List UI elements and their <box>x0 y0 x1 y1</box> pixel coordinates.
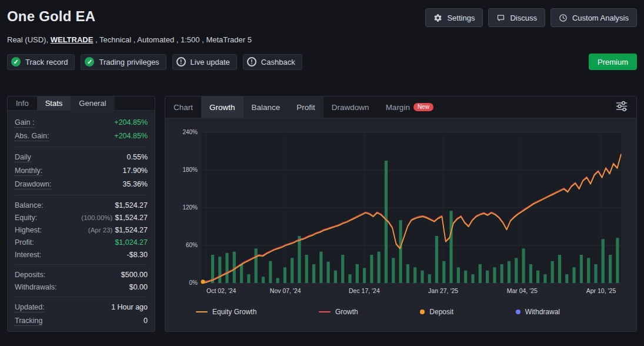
tab-stats[interactable]: Stats <box>37 97 71 110</box>
svg-text:Jan 27, '25: Jan 27, '25 <box>428 287 458 294</box>
tab-drawdown[interactable]: Drawdown <box>323 97 378 118</box>
tab-info[interactable]: Info <box>8 97 37 110</box>
stat-label: Interest: <box>15 251 41 259</box>
badge-list: ✓Track record✓Trading privileges!Live up… <box>7 54 302 70</box>
chart-legend: Equity GrowthGrowthDepositWithdrawal <box>165 303 636 316</box>
stat-row-updated: Updated:1 Hour ago <box>15 301 148 314</box>
tab-label: Growth <box>209 103 235 112</box>
chart-settings-button[interactable] <box>607 97 636 118</box>
tab-margin[interactable]: MarginNew <box>378 97 442 118</box>
main-content: InfoStatsGeneral Gain :+204.85%Abs. Gain… <box>0 96 644 332</box>
stat-value: (Apr 23)$1,524.27 <box>88 226 148 234</box>
stat-value: $1,524.27 <box>115 201 148 209</box>
stat-label: Profit: <box>15 238 34 247</box>
stat-value-prefix: (Apr 23) <box>88 227 113 234</box>
stat-label: Withdrawals: <box>15 283 57 291</box>
stat-value: $1,024.27 <box>115 238 148 247</box>
stat-value: +204.85% <box>114 118 148 127</box>
badge-label: Track record <box>25 58 68 66</box>
settings-button[interactable]: Settings <box>425 8 483 27</box>
stat-value: $0.00 <box>129 283 148 291</box>
stat-row-profit: Profit:$1,024.27 <box>15 236 148 248</box>
svg-text:Apr 10, '25: Apr 10, '25 <box>586 287 616 294</box>
tab-label: Info <box>16 99 29 108</box>
stat-value: 1 Hour ago <box>111 303 148 311</box>
stat-value: (100.00%)$1,524.27 <box>81 214 148 222</box>
badge-trading-privileges[interactable]: ✓Trading privileges <box>81 54 166 70</box>
stat-label: Equity: <box>15 214 37 222</box>
gear-icon <box>433 14 442 22</box>
divider <box>15 264 148 265</box>
tab-label: Margin <box>386 103 410 112</box>
legend-item-deposit[interactable]: Deposit <box>420 308 453 316</box>
stat-label[interactable]: Gain : <box>15 118 34 128</box>
stat-label: Highest: <box>15 226 42 234</box>
growth-chart[interactable]: Oct 02, '24Nov 07, '24Dec 17, '24Jan 27,… <box>175 127 628 301</box>
svg-text:120%: 120% <box>182 204 198 211</box>
tab-label: Balance <box>252 103 281 112</box>
broker-link[interactable]: WELTRADE <box>51 35 94 44</box>
stat-label[interactable]: Updated: <box>15 303 45 312</box>
sliders-icon <box>616 101 628 114</box>
stat-value: -$8.30 <box>127 251 148 259</box>
svg-text:240%: 240% <box>182 129 198 135</box>
legend-swatch <box>420 310 425 314</box>
clock-icon <box>559 14 568 22</box>
tab-label: Chart <box>173 103 193 112</box>
stat-value: 0 <box>144 317 148 325</box>
tab-profit[interactable]: Profit <box>288 97 323 118</box>
svg-text:Nov 07, '24: Nov 07, '24 <box>270 287 301 294</box>
stats-body: Gain :+204.85%Abs. Gain:+204.85%Daily0.5… <box>8 111 155 331</box>
stat-value-prefix: (100.00%) <box>81 214 112 221</box>
legend-swatch <box>319 311 331 312</box>
legend-item-growth[interactable]: Growth <box>319 308 358 316</box>
right-tabbar: ChartGrowthBalanceProfitDrawdownMarginNe… <box>165 97 636 118</box>
legend-item-withdrawal[interactable]: Withdrawal <box>516 308 560 316</box>
svg-text:60%: 60% <box>186 242 198 248</box>
tab-balance[interactable]: Balance <box>243 97 289 118</box>
stat-row-drawdown: Drawdown:35.36% <box>15 178 148 191</box>
tab-general[interactable]: General <box>71 97 114 110</box>
stats-panel: InfoStatsGeneral Gain :+204.85%Abs. Gain… <box>7 96 155 332</box>
stat-label[interactable]: Abs. Gain: <box>15 132 49 141</box>
chart-panel: ChartGrowthBalanceProfitDrawdownMarginNe… <box>165 96 637 332</box>
stat-label[interactable]: Daily <box>15 153 31 162</box>
badge-label: Cashback <box>261 58 295 66</box>
stat-row-monthly: Monthly:17.90% <box>15 164 148 178</box>
tab-growth[interactable]: Growth <box>201 97 243 118</box>
tab-chart[interactable]: Chart <box>165 97 201 118</box>
page-title: One Gold EA <box>7 8 95 25</box>
legend-label: Withdrawal <box>525 308 560 316</box>
stat-row-balance: Balance:$1,524.27 <box>15 199 148 211</box>
badge-row: ✓Track record✓Trading privileges!Live up… <box>0 54 644 70</box>
stat-label[interactable]: Monthly: <box>15 167 42 176</box>
svg-text:Mar 04, '25: Mar 04, '25 <box>507 287 538 294</box>
button-label: Settings <box>447 14 475 22</box>
tab-label: Profit <box>296 103 315 112</box>
badge-live-update[interactable]: !Live update <box>172 54 237 70</box>
stat-label[interactable]: Drawdown: <box>15 180 52 189</box>
left-tabbar: InfoStatsGeneral <box>8 97 155 111</box>
legend-swatch <box>196 311 208 312</box>
stat-row-tracking: Tracking0 <box>15 314 148 328</box>
stat-label[interactable]: Tracking <box>15 317 42 326</box>
legend-swatch <box>516 310 520 314</box>
discuss-button[interactable]: Discuss <box>488 8 545 27</box>
new-badge: New <box>413 103 433 111</box>
discuss-icon <box>496 14 505 22</box>
divider <box>15 297 148 297</box>
exclamation-icon: ! <box>247 57 256 66</box>
custom-analysis-button[interactable]: Custom Analysis <box>550 8 637 27</box>
legend-label: Equity Growth <box>212 308 256 316</box>
stat-value: +204.85% <box>114 132 148 140</box>
legend-item-equity-growth[interactable]: Equity Growth <box>196 308 256 316</box>
stat-row-highest: Highest:(Apr 23)$1,524.27 <box>15 224 148 236</box>
premium-button[interactable]: Premium <box>589 54 637 70</box>
stat-value: 35.36% <box>123 180 148 188</box>
stat-value: 17.90% <box>123 167 148 175</box>
stat-row-daily: Daily0.55% <box>15 151 148 164</box>
stat-row-deposits: Deposits:$500.00 <box>15 268 148 281</box>
badge-cashback[interactable]: !Cashback <box>243 54 302 70</box>
stat-row-equity: Equity:(100.00%)$1,524.27 <box>15 211 148 224</box>
badge-track-record[interactable]: ✓Track record <box>7 54 75 70</box>
